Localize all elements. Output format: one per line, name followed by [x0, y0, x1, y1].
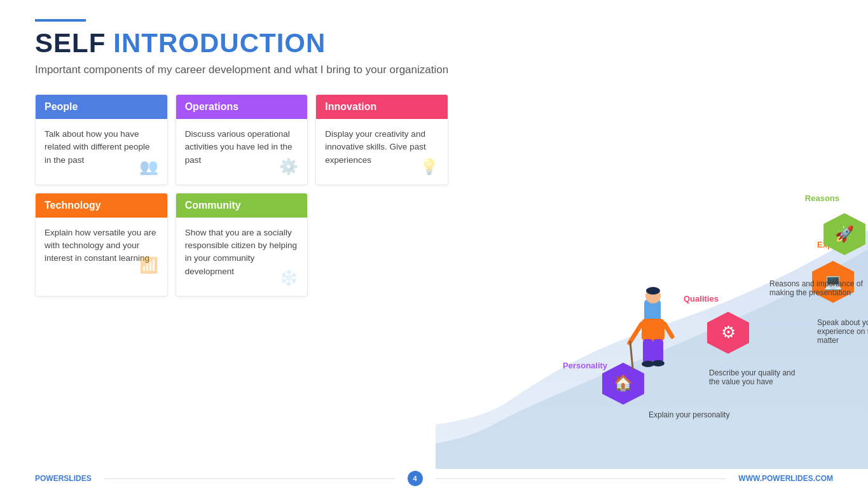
footer: POWERSLIDES 4 WWW.POWERLIDES.COM — [0, 469, 868, 488]
subtitle: Important components of my career develo… — [35, 64, 833, 76]
footer-line-right — [436, 478, 726, 479]
personality-desc: Explain your personality — [649, 410, 731, 419]
page: SELF INTRODUCTION Important components o… — [0, 0, 868, 488]
card-community: Community Show that you are a socially r… — [176, 193, 308, 296]
svg-text:🚀: 🚀 — [835, 225, 854, 243]
footer-brand: POWERSLIDES — [35, 474, 92, 483]
hiker-figure — [620, 286, 684, 375]
card-people-header: People — [36, 95, 167, 119]
footer-website: WWW.POWERLIDES.COM — [738, 474, 833, 483]
card-community-header: Community — [176, 193, 308, 218]
card-innovation-header: Innovation — [316, 95, 448, 119]
svg-rect-7 — [643, 339, 653, 363]
title-row: SELF INTRODUCTION — [35, 28, 833, 59]
card-people-body: Talk about how you have related with dif… — [36, 119, 167, 185]
svg-rect-8 — [653, 339, 663, 363]
title-intro: INTRODUCTION — [113, 28, 326, 59]
svg-rect-3 — [642, 319, 665, 341]
footer-line-left — [104, 478, 395, 479]
footer-page-badge: 4 — [408, 471, 423, 486]
hex-reasons: 🚀 — [822, 212, 867, 259]
title-self: SELF — [35, 28, 106, 59]
hex-qualities-shape: ⚙ — [706, 310, 750, 355]
svg-line-4 — [630, 324, 642, 343]
hex-qualities: ⚙ — [706, 310, 750, 358]
reasons-label: Reasons — [805, 193, 839, 203]
hex-reasons-shape: 🚀 — [822, 212, 867, 256]
operations-icon: ⚙️ — [279, 155, 298, 178]
svg-line-6 — [665, 324, 672, 337]
experience-desc: Speak about your experience on the subje… — [817, 318, 868, 345]
card-technology-header: Technology — [36, 193, 167, 218]
svg-point-10 — [652, 360, 665, 366]
qualities-label: Qualities — [684, 294, 719, 303]
community-icon: ❄️ — [279, 267, 298, 289]
innovation-icon: 💡 — [420, 155, 439, 178]
card-people: People Talk about how you have related w… — [35, 94, 168, 185]
card-operations-body: Discuss various operational activities y… — [176, 119, 308, 185]
card-innovation: Innovation Display your creativity and i… — [315, 94, 448, 185]
card-technology: Technology Explain how versatile you are… — [35, 193, 168, 296]
svg-point-2 — [646, 287, 660, 295]
technology-icon: 📶 — [139, 254, 158, 277]
reasons-desc: Reasons and importance of making the pre… — [769, 279, 868, 297]
svg-text:🏠: 🏠 — [614, 373, 633, 392]
card-operations-header: Operations — [176, 95, 308, 119]
qualities-desc: Describe your quality and the value you … — [709, 368, 801, 386]
card-operations: Operations Discuss various operational a… — [176, 94, 308, 185]
header: SELF INTRODUCTION Important components o… — [0, 0, 868, 94]
header-accent-line — [35, 19, 86, 22]
people-icon: 👥 — [139, 155, 158, 178]
card-community-body: Show that you are a socially responsible… — [176, 218, 308, 296]
personality-label: Personality — [563, 361, 607, 370]
card-innovation-body: Display your creativity and innovative s… — [316, 119, 448, 185]
staircase-section: 🏠 Personality Explain your personality ⚙… — [436, 202, 868, 469]
cards-grid: People Talk about how you have related w… — [0, 94, 483, 296]
card-technology-body: Explain how versatile you are with techn… — [36, 218, 167, 283]
svg-text:⚙: ⚙ — [721, 323, 736, 342]
svg-line-5 — [630, 342, 633, 368]
